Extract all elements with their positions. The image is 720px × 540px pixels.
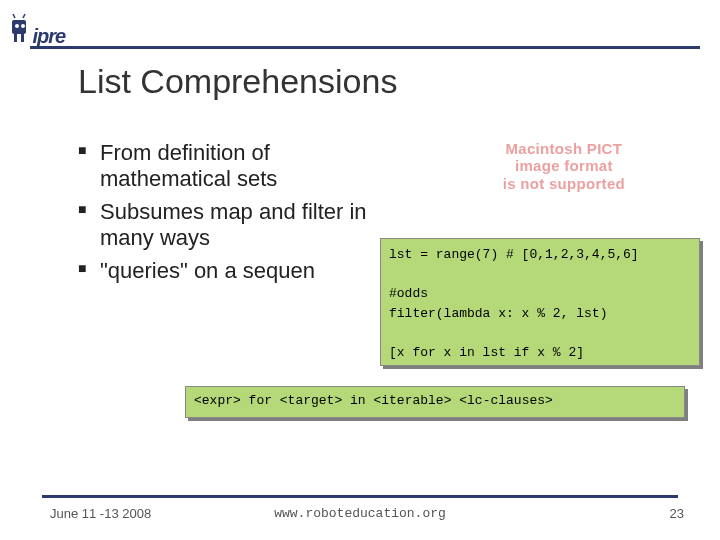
code-example-main: lst = range(7) # [0,1,2,3,4,5,6] #odds f… [380,238,700,366]
page-number: 23 [670,506,684,521]
top-divider [30,46,700,49]
placeholder-line: Macintosh PICT [503,140,625,157]
svg-line-4 [23,14,25,18]
footer-url: www.roboteducation.org [0,506,720,521]
logo: ipre [8,12,88,47]
bullet-item: Subsumes map and filter in many ways [78,199,378,252]
bullet-item: "queries" on a sequen [78,258,378,284]
bottom-divider [42,495,678,498]
placeholder-line: is not supported [503,175,625,192]
svg-line-3 [13,14,15,18]
svg-rect-6 [21,34,24,42]
svg-rect-5 [14,34,17,42]
slide-title: List Comprehensions [78,62,397,101]
robot-icon [8,12,30,48]
bullet-item: From definition of mathematical sets [78,140,378,193]
code-example-syntax: <expr> for <target> in <iterable> <lc-cl… [185,386,685,418]
svg-point-1 [15,24,19,28]
footer: June 11 -13 2008 www.roboteducation.org … [0,506,720,526]
svg-point-2 [21,24,25,28]
logo-text: ipre [32,25,65,48]
bullet-list: From definition of mathematical sets Sub… [78,140,378,290]
placeholder-line: image format [503,157,625,174]
missing-image-placeholder: Macintosh PICT image format is not suppo… [503,140,625,192]
